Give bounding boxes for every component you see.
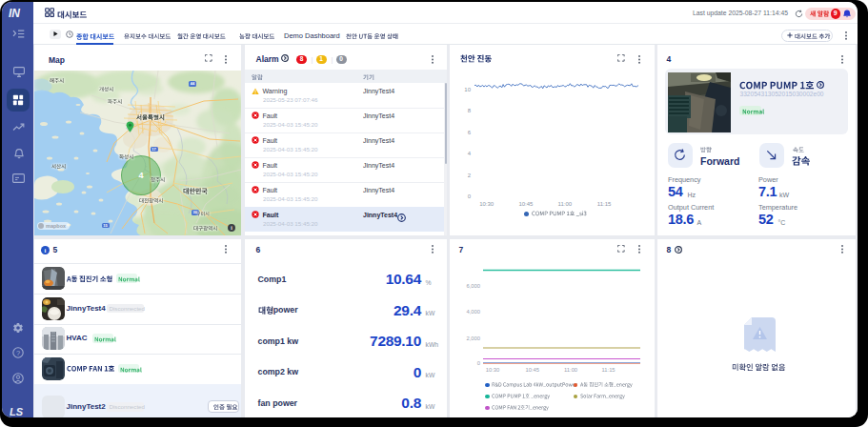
svg-text:?: ? bbox=[16, 349, 20, 357]
